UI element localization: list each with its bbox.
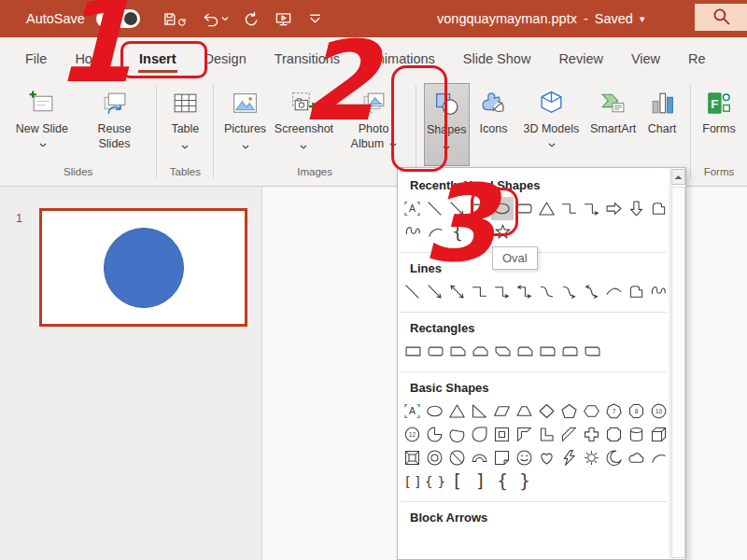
shape-line-arrow-double[interactable] xyxy=(446,280,469,303)
shape-block-arc[interactable] xyxy=(469,446,491,469)
shape-double-brace[interactable]: { } xyxy=(424,469,446,493)
shape-connector-curved-double-arrow[interactable] xyxy=(580,280,602,303)
shape-pie[interactable] xyxy=(424,423,446,446)
shape-rounded-rectangle[interactable] xyxy=(424,340,446,363)
shape-freeform-shape[interactable] xyxy=(647,197,669,220)
shape-isosceles-triangle[interactable] xyxy=(536,197,558,220)
shape-cloud[interactable] xyxy=(625,446,647,469)
ribbon-button-pictures[interactable]: Pictures xyxy=(221,83,268,166)
shape-left-brace[interactable]: { xyxy=(491,469,514,493)
shape-octagon[interactable]: 8 xyxy=(625,399,647,423)
undo-icon[interactable] xyxy=(201,10,229,28)
shape-right-brace[interactable]: } xyxy=(469,220,491,244)
shape-line-arrow[interactable] xyxy=(424,280,446,303)
shape-star-5-points[interactable] xyxy=(491,220,514,244)
shape-cross[interactable] xyxy=(580,423,602,446)
shapes-menu-scrollbar[interactable] xyxy=(669,168,685,559)
ribbon-button-table[interactable]: Table xyxy=(164,83,205,166)
shape-round-diagonal-corner-rectangle[interactable] xyxy=(581,340,603,363)
shape-line-arrow[interactable] xyxy=(446,197,469,220)
shape-connector-elbow[interactable] xyxy=(557,197,580,220)
shape-snip-single-corner-rectangle[interactable] xyxy=(446,340,469,363)
shape-double-bracket[interactable]: [ ] xyxy=(402,469,424,493)
shape-donut[interactable] xyxy=(424,446,446,469)
shape-teardrop[interactable] xyxy=(469,423,491,446)
shape-left-bracket[interactable]: [ xyxy=(446,469,469,493)
ribbon-button-smartart[interactable]: SmartArt xyxy=(588,83,638,166)
shape-scribble[interactable] xyxy=(647,280,669,303)
shape-arrow-down[interactable] xyxy=(625,197,647,220)
shape-hexagon[interactable] xyxy=(580,399,602,423)
shape-dodecagon[interactable]: 12 xyxy=(402,423,424,446)
shape-plaque[interactable] xyxy=(602,423,625,446)
shape-snip-diagonal-corner-rectangle[interactable] xyxy=(491,340,514,363)
shape-isosceles-triangle[interactable] xyxy=(446,399,469,423)
shape-moon[interactable] xyxy=(602,446,625,469)
shape-l-shape[interactable] xyxy=(536,423,558,446)
tab-insert[interactable]: Insert xyxy=(125,37,190,79)
shape-arc[interactable] xyxy=(647,446,669,469)
tab-file[interactable]: File xyxy=(11,37,61,79)
customize-toolbar-icon[interactable] xyxy=(306,10,324,28)
ribbon-button-screenshot[interactable]: Screenshot xyxy=(273,83,335,166)
ribbon-button-icons[interactable]: Icons xyxy=(473,83,514,166)
ribbon-button-forms[interactable]: FForms xyxy=(698,83,740,166)
shape-arc[interactable] xyxy=(424,220,446,244)
shape-right-brace[interactable]: } xyxy=(514,469,536,493)
shape-connector-elbow[interactable] xyxy=(469,280,491,303)
ribbon-button-3d-models[interactable]: 3D Models xyxy=(518,83,585,166)
shape-heptagon[interactable]: 7 xyxy=(602,399,625,423)
shape-round-same-side-corner-rectangle[interactable] xyxy=(558,340,581,363)
shape-decagon[interactable]: 10 xyxy=(647,399,669,423)
tab-transitions[interactable]: Transitions xyxy=(261,37,354,79)
ribbon-button-chart[interactable]: Chart xyxy=(641,83,683,166)
shape-arrow-right[interactable] xyxy=(602,197,625,220)
shape-half-frame[interactable] xyxy=(514,423,536,446)
shape-diagonal-stripe[interactable] xyxy=(557,423,580,446)
shape-snip-same-side-corner-rectangle[interactable] xyxy=(469,340,491,363)
save-status[interactable]: Saved xyxy=(595,11,633,26)
scroll-up-icon[interactable] xyxy=(671,169,685,185)
shape-oval[interactable] xyxy=(424,399,446,423)
tab-view[interactable]: View xyxy=(617,37,674,79)
shape-oval[interactable] xyxy=(491,197,514,220)
tab-design[interactable]: Design xyxy=(190,37,261,79)
shape-smiley-face[interactable] xyxy=(514,446,536,469)
shape-left-brace[interactable]: { xyxy=(446,220,469,244)
ribbon-button-shapes[interactable]: Shapes xyxy=(424,83,470,166)
shape-sun[interactable] xyxy=(580,446,602,469)
shape-folded-corner[interactable] xyxy=(491,446,514,469)
shape-connector-curved[interactable] xyxy=(536,280,558,303)
shape-text-box[interactable]: A xyxy=(402,399,424,423)
shape-regular-pentagon[interactable] xyxy=(557,399,580,423)
ribbon-button-new-slide[interactable]: New Slide xyxy=(7,83,77,166)
slide-thumbnail[interactable] xyxy=(39,208,247,327)
shape-lightning-bolt[interactable] xyxy=(557,446,580,469)
autosave-toggle[interactable]: On xyxy=(96,9,140,28)
shape-heart[interactable] xyxy=(536,446,558,469)
shape-connector-elbow-arrow[interactable] xyxy=(580,197,602,220)
ribbon-button-reuse-slides[interactable]: Reuse Slides xyxy=(80,83,149,166)
shape-right-triangle[interactable] xyxy=(469,399,491,423)
shape-diamond[interactable] xyxy=(536,399,558,423)
shape-can[interactable] xyxy=(625,423,647,446)
shape-frame[interactable] xyxy=(491,423,514,446)
tab-animations[interactable]: Animations xyxy=(354,37,449,79)
shape-freeform-shape[interactable] xyxy=(625,280,647,303)
scrollbar-thumb[interactable] xyxy=(671,187,685,558)
shape-no-symbol[interactable] xyxy=(446,446,469,469)
shape-rounded-rectangle[interactable] xyxy=(514,197,536,220)
shape-snip-and-round-single-corner-rectangle[interactable] xyxy=(514,340,536,363)
tab-review[interactable]: Review xyxy=(544,37,617,79)
tab-slide-show[interactable]: Slide Show xyxy=(449,37,545,79)
tab-home[interactable]: Home xyxy=(61,37,125,79)
redo-icon[interactable] xyxy=(243,10,261,28)
shape-text-box[interactable]: A xyxy=(402,197,424,220)
shape-scribble[interactable] xyxy=(402,220,424,244)
shape-parallelogram[interactable] xyxy=(491,399,514,423)
shape-bevel[interactable] xyxy=(402,446,424,469)
shape-right-bracket[interactable]: ] xyxy=(469,469,491,493)
shape-connector-elbow-double-arrow[interactable] xyxy=(514,280,536,303)
save-icon[interactable] xyxy=(162,9,187,29)
shape-curve[interactable] xyxy=(602,280,625,303)
